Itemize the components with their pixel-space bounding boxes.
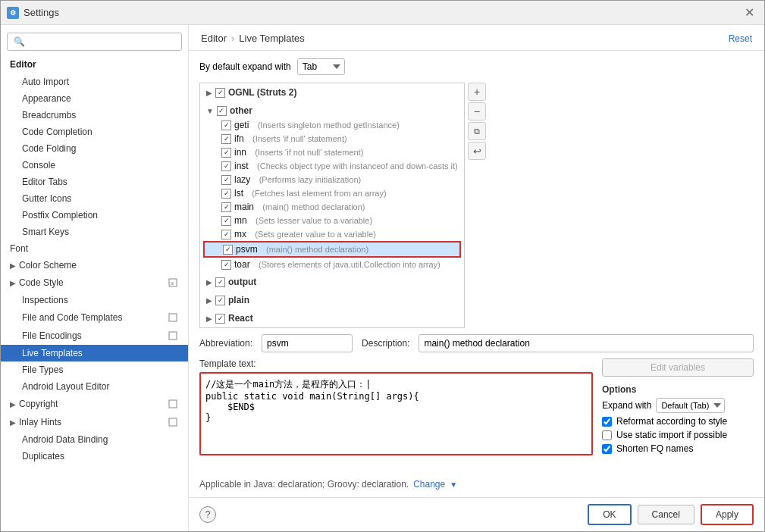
template-item-lazy[interactable]: lazy (Performs lazy initialization) — [203, 173, 461, 186]
main-checkbox[interactable] — [221, 202, 231, 212]
edit-variables-button[interactable]: Edit variables — [602, 358, 754, 377]
template-item-toar[interactable]: toar (Stores elements of java.util.Colle… — [203, 258, 461, 271]
template-list-wrapper: ▶ OGNL (Struts 2) ▼ other — [199, 83, 754, 328]
options-expand-select[interactable]: Default (Tab) Tab Enter Space — [656, 398, 725, 413]
template-item-lst[interactable]: lst (Fetches last element from an array) — [203, 186, 461, 200]
breadcrumb-current: Live Templates — [239, 33, 304, 44]
copy-template-button[interactable]: ⧉ — [468, 122, 486, 140]
sidebar-item-android-data-binding[interactable]: Android Data Binding — [1, 431, 188, 448]
breadcrumb-parent: Editor — [201, 33, 227, 44]
output-checkbox[interactable] — [215, 277, 225, 287]
template-item-inst[interactable]: inst (Checks object type with instanceof… — [203, 159, 461, 173]
sidebar-item-editor-tabs[interactable]: Editor Tabs — [1, 174, 188, 190]
main-content: Editor Auto Import Appearance Breadcrumb… — [1, 25, 764, 531]
psvm-checkbox[interactable] — [223, 245, 233, 255]
abbreviation-input[interactable] — [262, 334, 353, 352]
inlay-hints-label: Inlay Hints — [19, 417, 61, 427]
template-textarea[interactable]: //这是一个main方法，是程序的入口：| public static void… — [199, 372, 593, 455]
plain-checkbox[interactable] — [215, 296, 225, 305]
sidebar-item-file-encodings[interactable]: File Encodings — [1, 327, 188, 345]
cancel-button[interactable]: Cancel — [638, 505, 694, 524]
sidebar-item-color-scheme[interactable]: ▶ Color Scheme — [1, 257, 188, 274]
sidebar-item-inspections[interactable]: Inspections — [1, 292, 188, 308]
sidebar-item-console[interactable]: Console — [1, 157, 188, 174]
undo-template-button[interactable]: ↩ — [468, 142, 486, 160]
sidebar-item-smart-keys[interactable]: Smart Keys — [1, 224, 188, 240]
template-item-ifn[interactable]: ifn (Inserts 'if null' statement) — [203, 132, 461, 146]
plain-label: plain — [228, 295, 249, 305]
description-input[interactable] — [419, 334, 754, 352]
geti-checkbox[interactable] — [221, 120, 231, 130]
close-button[interactable]: ✕ — [740, 4, 758, 22]
ifn-checkbox[interactable] — [221, 134, 231, 144]
group-header-other[interactable]: ▼ other — [203, 103, 461, 118]
expand-with-label: By default expand with — [199, 61, 291, 72]
inlay-hints-chevron: ▶ — [10, 418, 16, 427]
mx-checkbox[interactable] — [221, 230, 231, 239]
template-item-geti[interactable]: geti (Inserts singleton method getInstan… — [203, 118, 461, 132]
group-header-ognl[interactable]: ▶ OGNL (Struts 2) — [203, 85, 461, 100]
sidebar-item-postfix-completion[interactable]: Postfix Completion — [1, 207, 188, 224]
shorten-label: Shorten FQ names — [616, 443, 693, 454]
sidebar-item-inlay-hints[interactable]: ▶ Inlay Hints — [1, 413, 188, 431]
sidebar-item-file-code-templates[interactable]: File and Code Templates — [1, 308, 188, 327]
static-import-label: Use static import if possible — [616, 430, 727, 440]
options-static-import-row: Use static import if possible — [602, 430, 754, 440]
sidebar-item-font[interactable]: Font — [1, 240, 188, 257]
group-plain: ▶ plain — [200, 291, 464, 309]
static-import-checkbox[interactable] — [602, 430, 612, 440]
group-header-output[interactable]: ▶ output — [203, 274, 461, 289]
template-item-inn[interactable]: inn (Inserts 'if not null' statement) — [203, 146, 461, 159]
lst-checkbox[interactable] — [221, 189, 231, 199]
options-shorten-row: Shorten FQ names — [602, 443, 754, 454]
react-checkbox[interactable] — [215, 314, 225, 324]
sidebar-item-code-style[interactable]: ▶ Code Style ≡ — [1, 274, 188, 292]
options-expand-row: Expand with Default (Tab) Tab Enter Spac… — [602, 398, 754, 413]
sidebar-item-editor[interactable]: Editor — [1, 55, 188, 74]
sidebar-item-duplicates[interactable]: Duplicates — [1, 448, 188, 465]
sidebar-item-breadcrumbs[interactable]: Breadcrumbs — [1, 107, 188, 124]
output-chevron-icon: ▶ — [206, 278, 212, 286]
sidebar-item-code-folding[interactable]: Code Folding — [1, 140, 188, 157]
ok-button[interactable]: OK — [588, 504, 631, 525]
group-header-plain[interactable]: ▶ plain — [203, 293, 461, 308]
svg-rect-5 — [169, 418, 177, 426]
inn-checkbox[interactable] — [221, 148, 231, 158]
other-checkbox[interactable] — [217, 106, 227, 116]
reformat-checkbox[interactable] — [602, 417, 612, 427]
ognl-checkbox[interactable] — [215, 88, 225, 98]
applicable-change-link[interactable]: Change — [413, 479, 445, 490]
inst-checkbox[interactable] — [221, 161, 231, 171]
template-item-mn[interactable]: mn (Sets lesser value to a variable) — [203, 214, 461, 227]
sidebar-item-gutter-icons[interactable]: Gutter Icons — [1, 190, 188, 207]
group-other: ▼ other geti (Inserts singleton method g… — [200, 102, 464, 273]
template-item-main[interactable]: main (main() method declaration) — [203, 200, 461, 214]
sidebar-item-appearance[interactable]: Appearance — [1, 90, 188, 107]
sidebar-item-live-templates[interactable]: Live Templates — [1, 345, 188, 361]
template-text-right: Edit variables Options Expand with Defau… — [602, 358, 754, 474]
remove-template-button[interactable]: − — [468, 102, 486, 120]
templates-list[interactable]: ▶ OGNL (Struts 2) ▼ other — [199, 83, 465, 328]
reset-button[interactable]: Reset — [729, 33, 752, 44]
lazy-checkbox[interactable] — [221, 175, 231, 185]
sidebar-item-android-layout-editor[interactable]: Android Layout Editor — [1, 378, 188, 395]
sidebar-item-code-completion[interactable]: Code Completion — [1, 124, 188, 140]
toar-checkbox[interactable] — [221, 260, 231, 270]
inlay-hints-badge — [167, 416, 179, 428]
template-item-mx[interactable]: mx (Sets greater value to a variable) — [203, 227, 461, 241]
reformat-label: Reformat according to style — [616, 416, 727, 427]
mn-checkbox[interactable] — [221, 216, 231, 226]
help-button[interactable]: ? — [199, 506, 216, 523]
expand-with-select[interactable]: Tab Enter Space — [297, 58, 345, 75]
template-item-psvm[interactable]: psvm (main() method declaration) — [203, 241, 461, 258]
shorten-checkbox[interactable] — [602, 444, 612, 454]
sidebar-item-file-types[interactable]: File Types — [1, 361, 188, 378]
add-template-button[interactable]: + — [468, 83, 486, 101]
plain-chevron-icon: ▶ — [206, 296, 212, 305]
sidebar-item-copyright[interactable]: ▶ Copyright — [1, 395, 188, 413]
group-header-react[interactable]: ▶ React — [203, 311, 461, 326]
group-output: ▶ output — [200, 273, 464, 291]
search-input[interactable] — [7, 33, 182, 51]
sidebar-item-auto-import[interactable]: Auto Import — [1, 74, 188, 90]
apply-button[interactable]: Apply — [701, 504, 754, 525]
